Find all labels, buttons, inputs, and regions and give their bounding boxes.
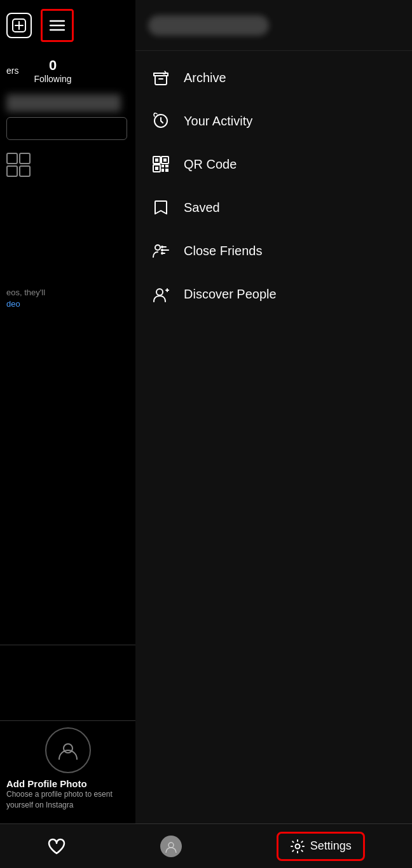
menu-item-discover-people[interactable]: Discover People bbox=[135, 272, 412, 316]
svg-point-21 bbox=[155, 245, 160, 250]
close-friends-icon bbox=[151, 241, 171, 261]
settings-button[interactable]: Settings bbox=[277, 832, 365, 861]
followers-stat: ers bbox=[6, 66, 18, 76]
menu-item-your-activity[interactable]: Your Activity bbox=[135, 99, 412, 143]
bottom-nav: Settings bbox=[0, 823, 412, 868]
svg-rect-20 bbox=[165, 169, 168, 172]
settings-label: Settings bbox=[310, 839, 352, 853]
svg-rect-14 bbox=[163, 158, 167, 162]
svg-rect-18 bbox=[165, 165, 168, 167]
close-friends-label: Close Friends bbox=[184, 244, 262, 258]
menu-item-saved[interactable]: Saved bbox=[135, 186, 412, 229]
menu-item-close-friends[interactable]: Close Friends bbox=[135, 229, 412, 272]
qr-icon bbox=[151, 154, 171, 174]
bg-partial-link[interactable]: deo bbox=[6, 299, 129, 309]
menu-item-archive[interactable]: Archive bbox=[135, 56, 412, 99]
followers-label: ers bbox=[6, 66, 18, 76]
following-label: Following bbox=[34, 74, 71, 84]
divider bbox=[0, 645, 135, 645]
svg-rect-12 bbox=[155, 158, 158, 162]
add-profile-section: Add Profile Photo Choose a profile photo… bbox=[0, 720, 135, 817]
bg-text-area: eos, they'll deo bbox=[0, 280, 135, 315]
svg-rect-7 bbox=[20, 153, 30, 164]
svg-rect-17 bbox=[161, 165, 164, 167]
menu-item-qr-code[interactable]: QR Code bbox=[135, 143, 412, 186]
create-button[interactable] bbox=[6, 13, 32, 38]
discover-people-label: Discover People bbox=[184, 287, 277, 302]
menu-list: Archive Your Activity bbox=[135, 51, 412, 321]
svg-point-32 bbox=[295, 844, 299, 848]
svg-point-27 bbox=[161, 252, 163, 255]
archive-icon bbox=[151, 67, 171, 88]
dropdown-header bbox=[135, 0, 412, 51]
bg-partial-text: eos, they'll bbox=[6, 286, 129, 299]
dropdown-username bbox=[148, 15, 269, 36]
following-count: 0 bbox=[34, 57, 71, 74]
archive-label: Archive bbox=[184, 71, 226, 85]
add-profile-desc: Choose a profile photo to esent yourself… bbox=[6, 789, 129, 811]
add-profile-circle[interactable] bbox=[45, 727, 91, 773]
edit-profile-button[interactable] bbox=[6, 117, 127, 140]
profile-stats: ers 0 Following bbox=[6, 51, 135, 90]
add-profile-title: Add Profile Photo bbox=[6, 778, 129, 789]
grid-icon-area bbox=[6, 153, 129, 179]
qr-code-label: QR Code bbox=[184, 157, 237, 172]
svg-point-28 bbox=[156, 289, 163, 295]
svg-rect-8 bbox=[7, 166, 17, 176]
following-stat: 0 Following bbox=[34, 57, 71, 84]
saved-label: Saved bbox=[184, 200, 220, 215]
activity-nav-button[interactable] bbox=[47, 837, 66, 855]
dropdown-panel: Archive Your Activity bbox=[135, 0, 412, 823]
gear-icon bbox=[290, 839, 305, 854]
profile-nav-button[interactable] bbox=[160, 836, 182, 857]
saved-icon bbox=[151, 197, 171, 218]
svg-rect-19 bbox=[161, 169, 164, 172]
discover-icon bbox=[151, 284, 171, 304]
svg-rect-6 bbox=[7, 153, 17, 164]
username-blur bbox=[6, 94, 121, 112]
left-panel: ers 0 Following eos, they'll deo bbox=[0, 0, 135, 868]
activity-icon bbox=[151, 111, 171, 131]
svg-rect-16 bbox=[155, 167, 158, 170]
header-row bbox=[0, 0, 135, 51]
svg-rect-9 bbox=[20, 166, 30, 176]
menu-button[interactable] bbox=[41, 9, 74, 42]
svg-point-26 bbox=[161, 249, 163, 251]
your-activity-label: Your Activity bbox=[184, 114, 252, 129]
svg-point-25 bbox=[161, 246, 163, 248]
svg-point-31 bbox=[168, 843, 174, 848]
